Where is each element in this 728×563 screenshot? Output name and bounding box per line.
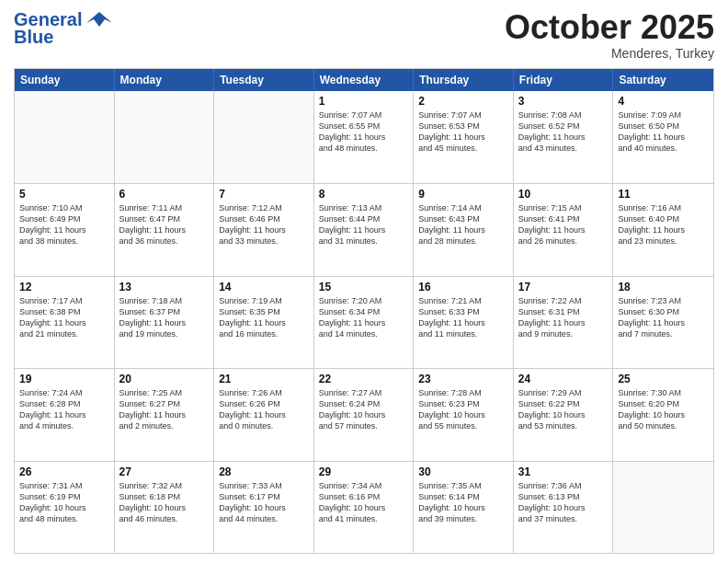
- calendar-row-2: 5Sunrise: 7:10 AM Sunset: 6:49 PM Daylig…: [15, 183, 713, 275]
- day-info: Sunrise: 7:13 AM Sunset: 6:44 PM Dayligh…: [319, 202, 409, 247]
- calendar-body: 1Sunrise: 7:07 AM Sunset: 6:55 PM Daylig…: [15, 91, 713, 553]
- day-number: 23: [418, 373, 508, 385]
- calendar-day-empty: [115, 91, 215, 183]
- day-number: 30: [418, 465, 508, 478]
- day-info: Sunrise: 7:29 AM Sunset: 6:22 PM Dayligh…: [518, 387, 609, 432]
- day-info: Sunrise: 7:24 AM Sunset: 6:28 PM Dayligh…: [19, 387, 109, 432]
- day-number: 28: [219, 465, 309, 478]
- day-info: Sunrise: 7:30 AM Sunset: 6:20 PM Dayligh…: [618, 387, 709, 432]
- calendar-day-20: 20Sunrise: 7:25 AM Sunset: 6:27 PM Dayli…: [115, 369, 215, 460]
- day-number: 21: [219, 373, 309, 385]
- day-info: Sunrise: 7:31 AM Sunset: 6:19 PM Dayligh…: [19, 480, 109, 525]
- day-number: 31: [518, 465, 609, 478]
- calendar-day-16: 16Sunrise: 7:21 AM Sunset: 6:33 PM Dayli…: [414, 277, 514, 368]
- weekday-header-thursday: Thursday: [414, 69, 514, 91]
- weekday-header-friday: Friday: [514, 69, 614, 91]
- day-info: Sunrise: 7:22 AM Sunset: 6:31 PM Dayligh…: [518, 295, 609, 340]
- calendar-day-1: 1Sunrise: 7:07 AM Sunset: 6:55 PM Daylig…: [314, 91, 415, 183]
- calendar-day-23: 23Sunrise: 7:28 AM Sunset: 6:23 PM Dayli…: [414, 369, 514, 460]
- day-info: Sunrise: 7:07 AM Sunset: 6:55 PM Dayligh…: [319, 109, 409, 155]
- calendar-day-26: 26Sunrise: 7:31 AM Sunset: 6:19 PM Dayli…: [15, 462, 115, 553]
- calendar-day-15: 15Sunrise: 7:20 AM Sunset: 6:34 PM Dayli…: [314, 277, 415, 368]
- calendar-day-3: 3Sunrise: 7:08 AM Sunset: 6:52 PM Daylig…: [514, 91, 614, 183]
- calendar-day-17: 17Sunrise: 7:22 AM Sunset: 6:31 PM Dayli…: [514, 277, 614, 368]
- calendar-row-1: 1Sunrise: 7:07 AM Sunset: 6:55 PM Daylig…: [15, 91, 713, 183]
- day-info: Sunrise: 7:27 AM Sunset: 6:24 PM Dayligh…: [319, 387, 409, 432]
- day-info: Sunrise: 7:18 AM Sunset: 6:37 PM Dayligh…: [119, 295, 210, 340]
- calendar-row-3: 12Sunrise: 7:17 AM Sunset: 6:38 PM Dayli…: [15, 276, 713, 368]
- calendar-day-30: 30Sunrise: 7:35 AM Sunset: 6:14 PM Dayli…: [414, 462, 514, 553]
- day-number: 16: [418, 281, 508, 293]
- weekday-header-wednesday: Wednesday: [314, 69, 415, 91]
- day-info: Sunrise: 7:12 AM Sunset: 6:46 PM Dayligh…: [219, 202, 309, 247]
- day-info: Sunrise: 7:35 AM Sunset: 6:14 PM Dayligh…: [418, 480, 508, 525]
- calendar-day-6: 6Sunrise: 7:11 AM Sunset: 6:47 PM Daylig…: [115, 184, 215, 275]
- day-number: 9: [418, 188, 508, 201]
- calendar-day-22: 22Sunrise: 7:27 AM Sunset: 6:24 PM Dayli…: [314, 369, 415, 460]
- day-info: Sunrise: 7:25 AM Sunset: 6:27 PM Dayligh…: [119, 387, 210, 432]
- calendar-day-14: 14Sunrise: 7:19 AM Sunset: 6:35 PM Dayli…: [214, 277, 314, 368]
- day-number: 12: [19, 281, 109, 293]
- calendar-day-24: 24Sunrise: 7:29 AM Sunset: 6:22 PM Dayli…: [514, 369, 614, 460]
- logo: General Blue: [14, 9, 112, 48]
- calendar-day-4: 4Sunrise: 7:09 AM Sunset: 6:50 PM Daylig…: [613, 91, 713, 183]
- calendar-day-13: 13Sunrise: 7:18 AM Sunset: 6:37 PM Dayli…: [115, 277, 215, 368]
- day-number: 10: [518, 188, 609, 201]
- day-info: Sunrise: 7:10 AM Sunset: 6:49 PM Dayligh…: [19, 202, 109, 247]
- day-info: Sunrise: 7:32 AM Sunset: 6:18 PM Dayligh…: [119, 480, 210, 525]
- day-number: 29: [319, 465, 409, 478]
- calendar-day-27: 27Sunrise: 7:32 AM Sunset: 6:18 PM Dayli…: [115, 462, 215, 553]
- day-info: Sunrise: 7:16 AM Sunset: 6:40 PM Dayligh…: [618, 202, 709, 247]
- day-number: 26: [19, 465, 109, 478]
- day-info: Sunrise: 7:20 AM Sunset: 6:34 PM Dayligh…: [319, 295, 409, 340]
- calendar-day-18: 18Sunrise: 7:23 AM Sunset: 6:30 PM Dayli…: [613, 277, 713, 368]
- calendar-day-10: 10Sunrise: 7:15 AM Sunset: 6:41 PM Dayli…: [514, 184, 614, 275]
- day-info: Sunrise: 7:23 AM Sunset: 6:30 PM Dayligh…: [618, 295, 709, 340]
- weekday-header-sunday: Sunday: [15, 69, 115, 91]
- day-number: 22: [319, 373, 409, 385]
- day-info: Sunrise: 7:21 AM Sunset: 6:33 PM Dayligh…: [418, 295, 508, 340]
- day-info: Sunrise: 7:34 AM Sunset: 6:16 PM Dayligh…: [319, 480, 409, 525]
- day-number: 5: [19, 188, 109, 201]
- calendar-day-19: 19Sunrise: 7:24 AM Sunset: 6:28 PM Dayli…: [15, 369, 115, 460]
- calendar-row-4: 19Sunrise: 7:24 AM Sunset: 6:28 PM Dayli…: [15, 368, 713, 460]
- calendar-day-28: 28Sunrise: 7:33 AM Sunset: 6:17 PM Dayli…: [214, 462, 314, 553]
- calendar-day-9: 9Sunrise: 7:14 AM Sunset: 6:43 PM Daylig…: [414, 184, 514, 275]
- calendar-day-empty: [214, 91, 314, 183]
- day-number: 11: [618, 188, 709, 201]
- day-info: Sunrise: 7:08 AM Sunset: 6:52 PM Dayligh…: [518, 109, 609, 155]
- day-info: Sunrise: 7:15 AM Sunset: 6:41 PM Dayligh…: [518, 202, 609, 247]
- day-number: 1: [319, 95, 409, 108]
- day-info: Sunrise: 7:07 AM Sunset: 6:53 PM Dayligh…: [418, 109, 508, 155]
- day-number: 13: [119, 281, 210, 293]
- day-number: 25: [618, 373, 709, 385]
- title-block: October 2025 Menderes, Turkey: [505, 9, 714, 61]
- day-info: Sunrise: 7:28 AM Sunset: 6:23 PM Dayligh…: [418, 387, 508, 432]
- calendar-row-5: 26Sunrise: 7:31 AM Sunset: 6:19 PM Dayli…: [15, 461, 713, 553]
- calendar-header: SundayMondayTuesdayWednesdayThursdayFrid…: [15, 69, 713, 91]
- calendar-day-21: 21Sunrise: 7:26 AM Sunset: 6:26 PM Dayli…: [214, 369, 314, 460]
- calendar-day-empty: [15, 91, 115, 183]
- calendar-day-5: 5Sunrise: 7:10 AM Sunset: 6:49 PM Daylig…: [15, 184, 115, 275]
- day-number: 27: [119, 465, 210, 478]
- logo-blue-text: Blue: [14, 27, 53, 48]
- day-info: Sunrise: 7:14 AM Sunset: 6:43 PM Dayligh…: [418, 202, 508, 247]
- calendar-day-31: 31Sunrise: 7:36 AM Sunset: 6:13 PM Dayli…: [514, 462, 614, 553]
- day-number: 15: [319, 281, 409, 293]
- calendar-day-25: 25Sunrise: 7:30 AM Sunset: 6:20 PM Dayli…: [613, 369, 713, 460]
- calendar-day-11: 11Sunrise: 7:16 AM Sunset: 6:40 PM Dayli…: [613, 184, 713, 275]
- month-title: October 2025: [505, 9, 714, 46]
- day-number: 17: [518, 281, 609, 293]
- calendar-day-empty: [613, 462, 713, 553]
- svg-marker-0: [86, 12, 112, 27]
- weekday-header-saturday: Saturday: [613, 69, 713, 91]
- location-subtitle: Menderes, Turkey: [505, 46, 714, 61]
- day-number: 3: [518, 95, 609, 108]
- day-info: Sunrise: 7:11 AM Sunset: 6:47 PM Dayligh…: [119, 202, 210, 247]
- day-number: 2: [418, 95, 508, 108]
- day-number: 19: [19, 373, 109, 385]
- header: General Blue October 2025 Menderes, Turk…: [14, 9, 714, 61]
- day-info: Sunrise: 7:26 AM Sunset: 6:26 PM Dayligh…: [219, 387, 309, 432]
- day-info: Sunrise: 7:17 AM Sunset: 6:38 PM Dayligh…: [19, 295, 109, 340]
- day-number: 18: [618, 281, 709, 293]
